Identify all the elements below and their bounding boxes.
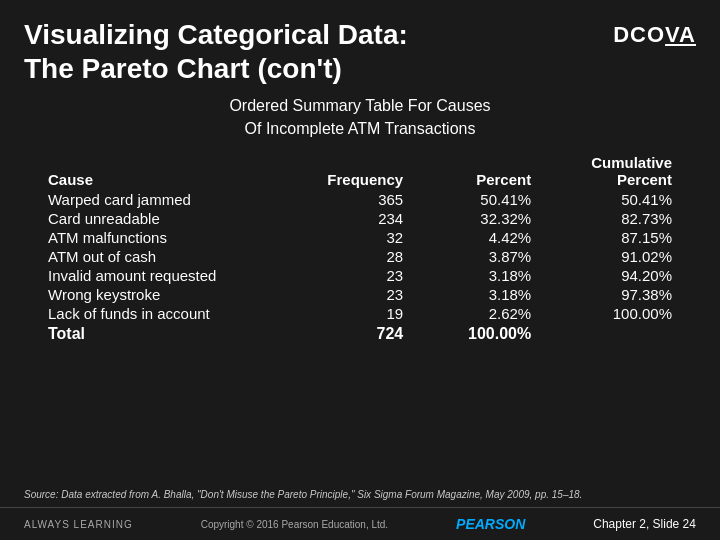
- pearson-logo: PEARSON: [456, 516, 525, 532]
- title-line1: Visualizing Categorical Data:: [24, 19, 408, 50]
- cumulative-label2: Percent: [547, 171, 672, 188]
- cell-cumulative: 94.20%: [539, 266, 680, 285]
- cell-frequency: 28: [283, 247, 411, 266]
- cell-frequency: 234: [283, 209, 411, 228]
- header: Visualizing Categorical Data: The Pareto…: [0, 0, 720, 95]
- col-header-frequency: Frequency: [283, 152, 411, 190]
- col-header-cumulative: Cumulative Percent: [539, 152, 680, 190]
- table-subtitle: Ordered Summary Table For Causes Of Inco…: [40, 95, 680, 140]
- cell-percent: 50.41%: [411, 190, 539, 209]
- data-table-container: Cause Frequency Percent Cumulative Perce…: [40, 152, 680, 345]
- cell-cause: Lack of funds in account: [40, 304, 283, 323]
- total-frequency: 724: [283, 323, 411, 345]
- cell-percent: 4.42%: [411, 228, 539, 247]
- subtitle-line1: Ordered Summary Table For Causes: [229, 97, 490, 114]
- cell-cause: Invalid amount requested: [40, 266, 283, 285]
- table-row: Wrong keystroke 23 3.18% 97.38%: [40, 285, 680, 304]
- cell-percent: 2.62%: [411, 304, 539, 323]
- cell-cumulative: 50.41%: [539, 190, 680, 209]
- total-label: Total: [40, 323, 283, 345]
- col-header-cause: Cause: [40, 152, 283, 190]
- table-total-row: Total 724 100.00%: [40, 323, 680, 345]
- cell-cumulative: 82.73%: [539, 209, 680, 228]
- logo-va: VA: [665, 22, 696, 48]
- source-citation: Source: Data extracted from A. Bhalla, "…: [24, 488, 696, 501]
- always-learning-label: ALWAYS LEARNING: [24, 519, 133, 530]
- table-row: Warped card jammed 365 50.41% 50.41%: [40, 190, 680, 209]
- table-row: Invalid amount requested 23 3.18% 94.20%: [40, 266, 680, 285]
- cell-cause: Warped card jammed: [40, 190, 283, 209]
- cell-frequency: 23: [283, 266, 411, 285]
- logo-text: DCO: [613, 22, 665, 48]
- table-header-row: Cause Frequency Percent Cumulative Perce…: [40, 152, 680, 190]
- cell-frequency: 365: [283, 190, 411, 209]
- table-row: ATM malfunctions 32 4.42% 87.15%: [40, 228, 680, 247]
- total-percent: 100.00%: [411, 323, 539, 345]
- subtitle-line2: Of Incomplete ATM Transactions: [245, 120, 476, 137]
- cell-cause: ATM out of cash: [40, 247, 283, 266]
- cell-frequency: 32: [283, 228, 411, 247]
- main-content: Ordered Summary Table For Causes Of Inco…: [0, 95, 720, 482]
- cumulative-label1: Cumulative: [547, 154, 672, 171]
- copyright-text: Copyright © 2016 Pearson Education, Ltd.: [201, 519, 389, 530]
- logo: DCOVA: [613, 18, 696, 48]
- total-cumulative: [539, 323, 680, 345]
- cell-percent: 32.32%: [411, 209, 539, 228]
- page-title: Visualizing Categorical Data: The Pareto…: [24, 18, 408, 85]
- cell-percent: 3.18%: [411, 285, 539, 304]
- cell-cumulative: 97.38%: [539, 285, 680, 304]
- footer: Source: Data extracted from A. Bhalla, "…: [0, 482, 720, 501]
- cell-frequency: 19: [283, 304, 411, 323]
- cell-cumulative: 100.00%: [539, 304, 680, 323]
- chapter-info: Chapter 2, Slide 24: [593, 517, 696, 531]
- cell-percent: 3.87%: [411, 247, 539, 266]
- cell-cumulative: 91.02%: [539, 247, 680, 266]
- cell-cause: ATM malfunctions: [40, 228, 283, 247]
- pareto-table: Cause Frequency Percent Cumulative Perce…: [40, 152, 680, 345]
- table-row: Lack of funds in account 19 2.62% 100.00…: [40, 304, 680, 323]
- bottom-bar: ALWAYS LEARNING Copyright © 2016 Pearson…: [0, 507, 720, 540]
- page: Visualizing Categorical Data: The Pareto…: [0, 0, 720, 540]
- cell-cumulative: 87.15%: [539, 228, 680, 247]
- cell-percent: 3.18%: [411, 266, 539, 285]
- cell-cause: Wrong keystroke: [40, 285, 283, 304]
- cell-cause: Card unreadable: [40, 209, 283, 228]
- title-line2: The Pareto Chart (con't): [24, 53, 342, 84]
- table-row: ATM out of cash 28 3.87% 91.02%: [40, 247, 680, 266]
- cell-frequency: 23: [283, 285, 411, 304]
- table-row: Card unreadable 234 32.32% 82.73%: [40, 209, 680, 228]
- col-header-percent: Percent: [411, 152, 539, 190]
